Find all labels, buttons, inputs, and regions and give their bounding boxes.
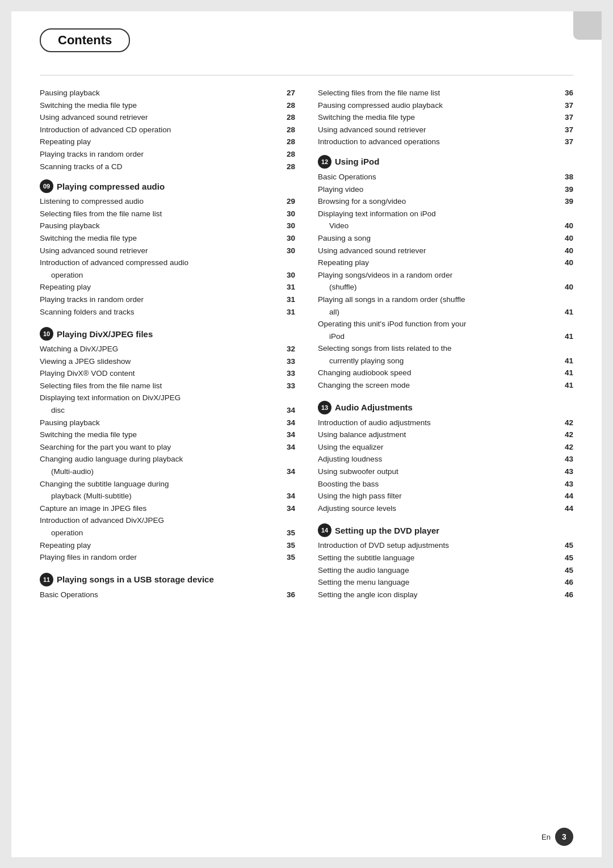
section: 13Audio AdjustmentsIntroduction of audio… <box>318 401 573 515</box>
toc-item-num: 38 <box>565 171 573 183</box>
toc-item: Setting the subtitle language45 <box>318 552 573 564</box>
left-column: Pausing playback27Switching the media fi… <box>40 87 295 610</box>
toc-item: Using subwoofer output43 <box>318 466 573 478</box>
toc-item: Pausing playback34 <box>40 417 295 429</box>
section-header: 13Audio Adjustments <box>318 401 573 414</box>
toc-item-num: 42 <box>565 417 573 429</box>
toc-item: Displaying text information on iPod <box>318 208 573 220</box>
toc-item: disc34 <box>40 404 295 417</box>
toc-item: Playing DivX® VOD content33 <box>40 367 295 380</box>
toc-item-num: 28 <box>287 136 295 148</box>
toc-item-text: (shuffle) <box>329 281 561 293</box>
toc-item-text: Introduction of advanced DivX/JPEG <box>40 514 295 527</box>
divider <box>40 75 573 76</box>
toc-item-num: 30 <box>287 232 295 245</box>
toc-item-num: 28 <box>287 99 295 112</box>
toc-item-num: 28 <box>287 161 295 173</box>
toc-item-num: 40 <box>565 257 573 269</box>
section-badge: 13 <box>318 401 331 414</box>
toc-item: Basic Operations36 <box>40 589 295 601</box>
toc-item: Boosting the bass43 <box>318 478 573 490</box>
right-sections-container: 12Using iPodBasic Operations38Playing vi… <box>318 155 573 601</box>
toc-item-num: 37 <box>565 136 573 148</box>
section: 09Playing compressed audioListening to c… <box>40 179 295 318</box>
toc-item-num: 28 <box>287 148 295 161</box>
toc-item-text: Using advanced sound retriever <box>318 245 561 257</box>
toc-item: Changing audiobook speed41 <box>318 367 573 379</box>
toc-item-num: 45 <box>565 552 573 564</box>
toc-item-text: Playing video <box>318 183 561 196</box>
toc-item-text: Pausing playback <box>40 220 283 232</box>
toc-item: Playing files in random order35 <box>40 551 295 564</box>
toc-item-text: Using advanced sound retriever <box>40 245 283 257</box>
toc-item-num: 37 <box>565 99 573 112</box>
toc-item: playback (Multi-subtitle)34 <box>40 490 295 502</box>
footer-bar: En 3 <box>541 828 573 846</box>
toc-item-num: 40 <box>565 245 573 257</box>
toc-item-num: 37 <box>565 111 573 124</box>
toc-item-num: 30 <box>287 220 295 232</box>
toc-item: Searching for the part you want to play3… <box>40 441 295 454</box>
toc-item: Selecting files from the file name list3… <box>318 87 573 99</box>
toc-item: Repeating play35 <box>40 539 295 552</box>
toc-item: Playing all songs in a random order (shu… <box>318 293 573 306</box>
toc-item: Viewing a JPEG slideshow33 <box>40 355 295 368</box>
toc-item-num: 34 <box>287 404 295 417</box>
toc-item-text: Searching for the part you want to play <box>40 441 283 454</box>
toc-item-text: all) <box>329 306 561 318</box>
toc-item-num: 40 <box>565 232 573 245</box>
toc-item-text: Adjusting loudness <box>318 453 561 466</box>
toc-item-num: 41 <box>565 355 573 367</box>
toc-item: Playing tracks in random order28 <box>40 148 295 161</box>
right-column: Selecting files from the file name list3… <box>318 87 573 610</box>
toc-item-text: Scanning folders and tracks <box>40 306 283 318</box>
toc-item-num: 40 <box>565 220 573 232</box>
toc-item-text: Using advanced sound retriever <box>40 111 283 124</box>
toc-item-num: 42 <box>565 429 573 441</box>
toc-item-num: 33 <box>287 367 295 380</box>
toc-item-num: 37 <box>565 124 573 136</box>
toc-item-text: Capture an image in JPEG files <box>40 502 283 515</box>
toc-item: all)41 <box>318 306 573 318</box>
toc-item-text: Changing audiobook speed <box>318 367 561 379</box>
toc-item: Displaying text information on DivX/JPEG <box>40 392 295 404</box>
toc-item-text: Pausing a song <box>318 232 561 245</box>
toc-item: Changing audio language during playback <box>40 453 295 466</box>
toc-item-text: Playing all songs in a random order (shu… <box>318 293 573 306</box>
toc-item-text: Playing tracks in random order <box>40 148 283 161</box>
toc-item: Basic Operations38 <box>318 171 573 183</box>
toc-item-num: 35 <box>287 551 295 564</box>
toc-item-num: 45 <box>565 564 573 577</box>
toc-item-text: Changing audio language during playback <box>40 453 295 466</box>
toc-item: Adjusting source levels44 <box>318 502 573 515</box>
toc-item: Changing the subtitle language during <box>40 478 295 490</box>
toc-item-text: Selecting songs from lists related to th… <box>318 342 573 355</box>
section: 11Playing songs in a USB storage deviceB… <box>40 573 295 601</box>
toc-item-text: Repeating play <box>318 257 561 269</box>
toc-item-text: Displaying text information on DivX/JPEG <box>40 392 295 404</box>
section-title: Setting up the DVD player <box>335 526 439 535</box>
section-title: Audio Adjustments <box>335 402 413 412</box>
toc-item-num: 27 <box>287 87 295 99</box>
toc-item-text: Introduction to advanced operations <box>318 136 561 148</box>
section-header: 11Playing songs in a USB storage device <box>40 573 295 586</box>
section-badge: 10 <box>40 327 53 341</box>
toc-item-text: Listening to compressed audio <box>40 195 283 208</box>
toc-item-text: Playing files in random order <box>40 551 283 564</box>
toc-item: Setting the menu language46 <box>318 576 573 589</box>
toc-item-text: Setting the angle icon display <box>318 589 561 601</box>
toc-item-num: 34 <box>287 502 295 515</box>
toc-item-num: 43 <box>565 478 573 490</box>
toc-item-text: Viewing a JPEG slideshow <box>40 355 283 368</box>
toc-item-text: Setting the audio language <box>318 564 561 577</box>
toc-item: Switching the media file type37 <box>318 111 573 124</box>
toc-item: Selecting songs from lists related to th… <box>318 342 573 355</box>
toc-item-num: 28 <box>287 124 295 136</box>
top-right-tab <box>573 11 602 40</box>
section-badge: 14 <box>318 523 331 537</box>
toc-item: operation35 <box>40 527 295 539</box>
toc-item-text: Pausing playback <box>40 87 283 99</box>
toc-item-text: Selecting files from the file name list <box>40 208 283 220</box>
toc-item: Selecting files from the file name list3… <box>40 380 295 392</box>
page: Contents Pausing playback27Switching the… <box>11 11 602 857</box>
